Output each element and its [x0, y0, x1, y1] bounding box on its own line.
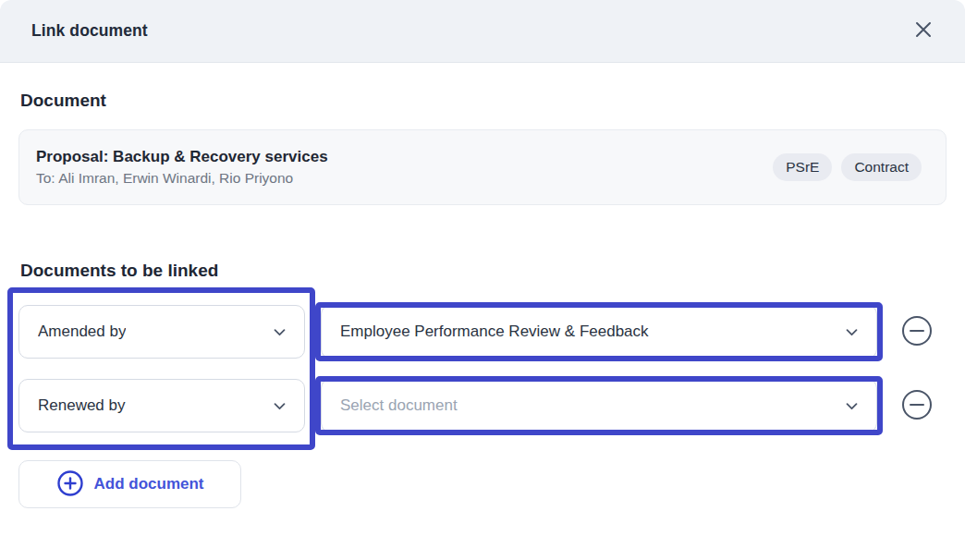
badge-contract: Contract — [841, 153, 922, 181]
close-button[interactable] — [910, 18, 937, 45]
document-card-text: Proposal: Backup & Recovery services To:… — [36, 148, 328, 187]
chevron-down-icon — [844, 398, 860, 414]
document-select-row2[interactable]: Select document — [321, 379, 877, 432]
remove-row1-button[interactable] — [901, 316, 933, 347]
document-select-row1[interactable]: Employee Performance Review & Feedback — [321, 305, 877, 359]
relation-select-row2-value: Renewed by — [38, 396, 126, 415]
chevron-down-icon — [844, 324, 860, 340]
document-card-title: Proposal: Backup & Recovery services — [36, 148, 328, 166]
minus-circle-icon — [901, 389, 933, 423]
chevron-down-icon — [272, 398, 287, 414]
link-document-modal: Link document Document Proposal: Backup … — [0, 0, 965, 560]
remove-row2-button[interactable] — [901, 390, 933, 421]
document-card: Proposal: Backup & Recovery services To:… — [18, 129, 947, 205]
minus-circle-icon — [901, 315, 933, 349]
close-icon — [913, 19, 934, 43]
document-select-row1-value: Employee Performance Review & Feedback — [340, 323, 649, 341]
modal-header: Link document — [0, 0, 965, 63]
document-section-heading: Document — [20, 91, 106, 111]
chevron-down-icon — [272, 324, 287, 340]
badge-psre: PSrE — [773, 153, 832, 181]
relation-select-row1[interactable]: Amended by — [18, 305, 305, 359]
add-document-button[interactable]: Add document — [18, 460, 241, 508]
document-select-row2-placeholder: Select document — [340, 396, 458, 415]
page-title: Link document — [31, 21, 148, 41]
document-card-badges: PSrE Contract — [773, 153, 922, 181]
relation-select-row1-value: Amended by — [38, 323, 126, 341]
document-card-recipients: To: Ali Imran, Erwin Winardi, Rio Priyon… — [36, 170, 328, 187]
relation-select-row2[interactable]: Renewed by — [18, 379, 305, 432]
linked-section-heading: Documents to be linked — [20, 261, 218, 281]
add-document-label: Add document — [94, 475, 204, 493]
plus-circle-icon — [56, 469, 84, 500]
